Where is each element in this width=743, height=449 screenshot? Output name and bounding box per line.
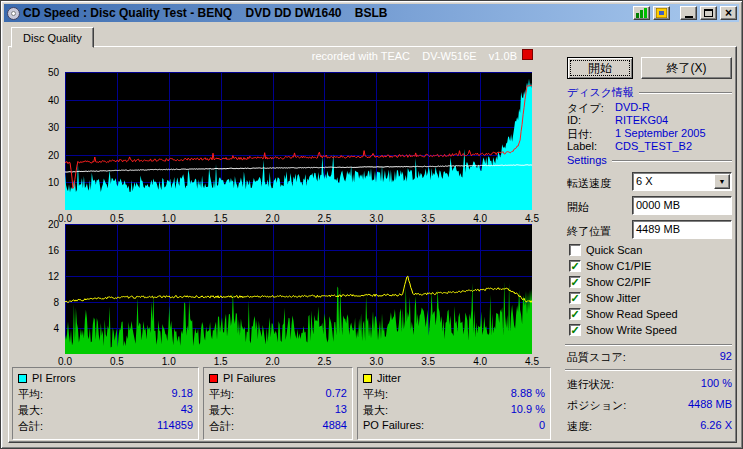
disc-id-row: ID:RITEKG04: [567, 114, 733, 127]
checkbox-box[interactable]: ✓: [569, 260, 581, 272]
window-title: CD Speed : Disc Quality Test - BENQ DVD …: [23, 5, 630, 21]
jitter-average-row: 平均:8.88 %: [363, 387, 545, 401]
checkbox-label: Show Jitter: [586, 292, 640, 304]
separator: [565, 344, 732, 346]
maximize-button[interactable]: [700, 6, 717, 20]
checkbox-show-read-speed[interactable]: ✓ Show Read Speed: [569, 307, 678, 320]
disc-info-header: ディスク情報: [567, 86, 732, 98]
jitter-max-row: 最大:10.9 %: [363, 403, 545, 417]
checkbox-show-c2-pif[interactable]: ✓ Show C2/PIF: [569, 275, 651, 288]
pi-failures-average-row: 平均:0.72: [209, 387, 347, 401]
po-failures-row: PO Failures:0: [363, 419, 545, 433]
pi-failures-max-row: 最大:13: [209, 403, 347, 417]
pi-errors-total-row: 合計:114859: [18, 419, 193, 433]
jitter-panel: Jitter 平均:8.88 % 最大:10.9 % PO Failures:0: [357, 367, 551, 440]
minimize-button[interactable]: [680, 6, 697, 20]
checkbox-box[interactable]: ✓: [569, 276, 581, 288]
pi-failures-panel: PI Failures 平均:0.72 最大:13 合計:4884: [203, 367, 353, 440]
pi-errors-panel-title: PI Errors: [32, 372, 75, 384]
pi-errors-average-row: 平均:9.18: [18, 387, 193, 401]
speed-select[interactable]: 6 X ▼: [632, 172, 732, 191]
checkbox-label: Show Read Speed: [586, 308, 678, 320]
tab-disc-quality[interactable]: Disc Quality: [11, 27, 94, 48]
chevron-down-icon[interactable]: ▼: [714, 174, 730, 189]
chart-icon-button[interactable]: [633, 6, 650, 20]
checkbox-show-write-speed[interactable]: ✓ Show Write Speed: [569, 323, 677, 336]
checkbox-box[interactable]: ✓: [569, 324, 581, 336]
disc-quality-page: recorded with TEAC DV-W516E v1.0B 50 40 …: [8, 46, 737, 443]
start-position-label: 開始: [567, 200, 589, 215]
pi-errors-color-chip: [18, 374, 27, 383]
checkbox-label: Show C1/PIE: [586, 260, 651, 272]
checkbox-box[interactable]: [569, 244, 581, 256]
end-position-input[interactable]: 4489 MB: [632, 220, 732, 239]
app-icon: [6, 6, 20, 20]
quality-score-row: 品質スコア:92: [567, 350, 732, 363]
start-button[interactable]: 開始: [567, 57, 633, 79]
pi-errors-panel: PI Errors 平均:9.18 最大:43 合計:114859: [12, 367, 199, 440]
end-position-label: 終了位置: [567, 224, 611, 239]
pi-failures-total-row: 合計:4884: [209, 419, 347, 433]
bottom-chart-y-axis: 20 16 12 8 4: [35, 224, 61, 354]
disc-label-row: Label:CDS_TEST_B2: [567, 140, 733, 153]
checkbox-label: Show C2/PIF: [586, 276, 651, 288]
settings-header: Settings: [567, 154, 732, 166]
app-window: CD Speed : Disc Quality Test - BENQ DVD …: [0, 0, 743, 449]
pi-failures-color-chip: [209, 374, 218, 383]
recorder-info-line: recorded with TEAC DV-W516E v1.0B: [65, 50, 517, 62]
tab-label: Disc Quality: [23, 32, 82, 44]
exit-button[interactable]: 終了(X): [641, 57, 732, 79]
jitter-panel-title: Jitter: [377, 372, 401, 384]
progress-row: 進行状況:100 %: [567, 377, 732, 390]
pi-errors-max-row: 最大:43: [18, 403, 193, 417]
disc-icon-button[interactable]: [653, 6, 670, 20]
speed-select-value: 6 X: [636, 175, 653, 187]
close-button[interactable]: ×: [720, 6, 737, 20]
pi-failures-chart: [65, 224, 532, 354]
start-position-input[interactable]: 0000 MB: [632, 196, 732, 215]
disc-date-row: 日付:1 September 2005: [567, 127, 733, 140]
separator: [565, 369, 732, 371]
title-bar[interactable]: CD Speed : Disc Quality Test - BENQ DVD …: [4, 4, 739, 22]
jitter-color-chip: [363, 374, 372, 383]
checkbox-box[interactable]: ✓: [569, 292, 581, 304]
speed-row: 速度:6.26 X: [567, 419, 732, 432]
checkbox-quick-scan[interactable]: Quick Scan: [569, 243, 642, 256]
checkbox-show-c1-pie[interactable]: ✓ Show C1/PIE: [569, 259, 651, 272]
pi-errors-chart: [65, 72, 532, 210]
checkbox-label: Quick Scan: [586, 244, 642, 256]
disc-type-row: タイプ:DVD-R: [567, 101, 733, 114]
checkbox-box[interactable]: ✓: [569, 308, 581, 320]
checkbox-label: Show Write Speed: [586, 324, 677, 336]
checkbox-show-jitter[interactable]: ✓ Show Jitter: [569, 291, 640, 304]
top-chart-y-axis: 50 40 30 20 10: [35, 72, 61, 210]
speed-label: 転送速度: [567, 176, 611, 191]
red-marker-badge: [522, 49, 533, 60]
position-row: ポジション:4488 MB: [567, 398, 732, 411]
pi-failures-panel-title: PI Failures: [223, 372, 276, 384]
